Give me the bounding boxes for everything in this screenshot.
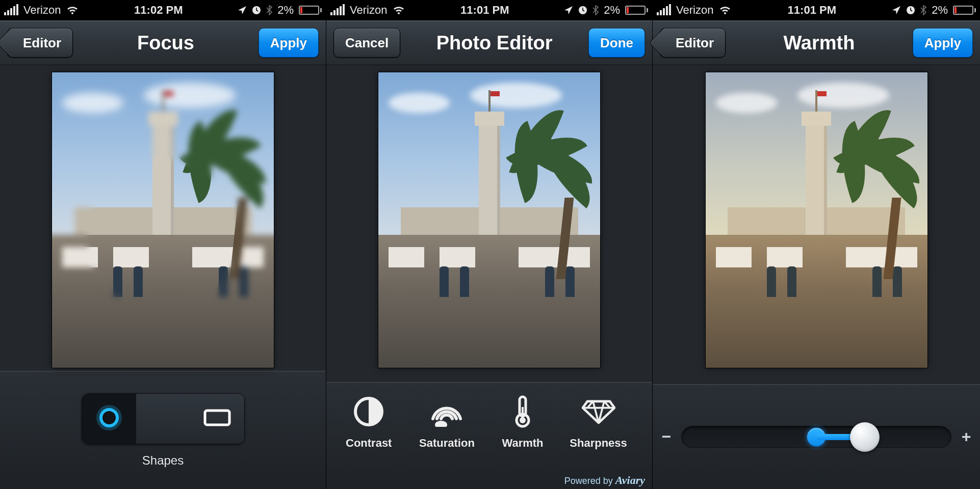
shape-circle-button[interactable] bbox=[82, 394, 136, 444]
tool-sharpness[interactable]: Sharpness bbox=[573, 395, 624, 450]
tool-label: Warmth bbox=[502, 437, 543, 450]
aviary-brand: Aviary bbox=[615, 474, 645, 486]
carrier-label: Verizon bbox=[350, 4, 387, 17]
bluetooth-icon bbox=[266, 5, 272, 15]
location-arrow-icon bbox=[238, 6, 247, 15]
warmth-slider[interactable] bbox=[681, 426, 951, 448]
bluetooth-icon bbox=[920, 5, 926, 15]
back-button-editor[interactable]: Editor bbox=[660, 28, 726, 58]
warmth-bottom-panel: − + bbox=[653, 384, 980, 489]
signal-bars-icon bbox=[4, 5, 18, 15]
status-time: 11:01 PM bbox=[460, 4, 509, 17]
cancel-button[interactable]: Cancel bbox=[333, 28, 400, 58]
saturation-icon bbox=[430, 395, 463, 428]
wifi-icon bbox=[66, 5, 79, 15]
tool-label: Contrast bbox=[346, 437, 392, 450]
shape-rectangle-button[interactable] bbox=[190, 394, 244, 444]
nav-title: Photo Editor bbox=[436, 32, 553, 54]
wifi-icon bbox=[718, 5, 732, 15]
nav-bar: Editor Warmth Apply bbox=[653, 20, 980, 65]
clock-icon bbox=[906, 6, 915, 15]
done-button[interactable]: Done bbox=[588, 28, 645, 58]
battery-icon bbox=[953, 6, 976, 15]
location-arrow-icon bbox=[564, 6, 573, 15]
diamond-icon bbox=[582, 395, 615, 428]
tool-strip[interactable]: Contrast Saturation Warmth Sharpness bbox=[326, 382, 652, 489]
circle-focus-icon bbox=[96, 404, 122, 433]
apply-button[interactable]: Apply bbox=[913, 28, 973, 58]
clock-icon bbox=[252, 6, 261, 15]
nav-title: Focus bbox=[137, 32, 194, 54]
tool-label: Saturation bbox=[419, 437, 475, 450]
screen-focus: Verizon 11:02 PM 2% Editor Focus Apply bbox=[0, 0, 326, 489]
battery-pct: 2% bbox=[604, 4, 620, 17]
focus-blur-overlay bbox=[52, 72, 274, 368]
shapes-label: Shapes bbox=[142, 453, 184, 468]
clock-icon bbox=[578, 6, 587, 15]
apply-button[interactable]: Apply bbox=[259, 28, 319, 58]
signal-bars-icon bbox=[657, 5, 671, 15]
status-bar: Verizon 11:01 PM 2% bbox=[653, 0, 980, 20]
back-button-editor[interactable]: Editor bbox=[7, 28, 73, 58]
svg-rect-3 bbox=[205, 411, 229, 425]
status-bar: Verizon 11:01 PM 2% bbox=[326, 0, 652, 20]
photo-preview bbox=[52, 72, 274, 368]
warmth-overlay bbox=[706, 72, 927, 368]
status-time: 11:01 PM bbox=[788, 4, 836, 17]
photo-canvas-area[interactable] bbox=[653, 65, 980, 384]
powered-by-label: Powered by Aviary bbox=[564, 474, 645, 487]
focus-bottom-panel: Shapes bbox=[0, 371, 326, 489]
battery-pct: 2% bbox=[932, 4, 948, 17]
carrier-label: Verizon bbox=[23, 4, 61, 17]
nav-title: Warmth bbox=[783, 32, 855, 54]
wifi-icon bbox=[392, 5, 405, 15]
nav-bar: Cancel Photo Editor Done bbox=[326, 20, 652, 65]
nav-bar: Editor Focus Apply bbox=[0, 20, 326, 65]
tool-contrast[interactable]: Contrast bbox=[346, 395, 392, 450]
bluetooth-icon bbox=[592, 5, 599, 15]
shape-segmented-control bbox=[82, 393, 245, 444]
photo-canvas-area[interactable] bbox=[326, 65, 652, 382]
carrier-label: Verizon bbox=[676, 4, 713, 17]
signal-bars-icon bbox=[330, 5, 345, 15]
slider-plus-label: + bbox=[961, 427, 972, 446]
tool-warmth[interactable]: Warmth bbox=[502, 395, 543, 450]
rectangle-focus-icon bbox=[202, 408, 233, 430]
contrast-icon bbox=[352, 395, 385, 428]
battery-icon bbox=[625, 6, 648, 15]
status-bar: Verizon 11:02 PM 2% bbox=[0, 0, 326, 20]
slider-thumb[interactable] bbox=[850, 422, 880, 452]
tool-saturation[interactable]: Saturation bbox=[421, 395, 472, 450]
svg-point-1 bbox=[101, 410, 117, 426]
location-arrow-icon bbox=[892, 6, 901, 15]
battery-icon bbox=[299, 6, 322, 15]
status-time: 11:02 PM bbox=[134, 4, 183, 17]
battery-pct: 2% bbox=[277, 4, 294, 17]
screen-warmth: Verizon 11:01 PM 2% Editor Warmth Apply bbox=[653, 0, 980, 489]
photo-canvas-area[interactable] bbox=[0, 65, 326, 371]
svg-rect-9 bbox=[522, 407, 524, 418]
slider-minus-label: − bbox=[661, 427, 672, 446]
screen-editor: Verizon 11:01 PM 2% Cancel Photo Editor … bbox=[326, 0, 653, 489]
photo-preview bbox=[706, 72, 927, 368]
tool-label: Sharpness bbox=[570, 437, 627, 450]
photo-preview bbox=[378, 72, 600, 368]
thermometer-icon bbox=[506, 395, 539, 428]
